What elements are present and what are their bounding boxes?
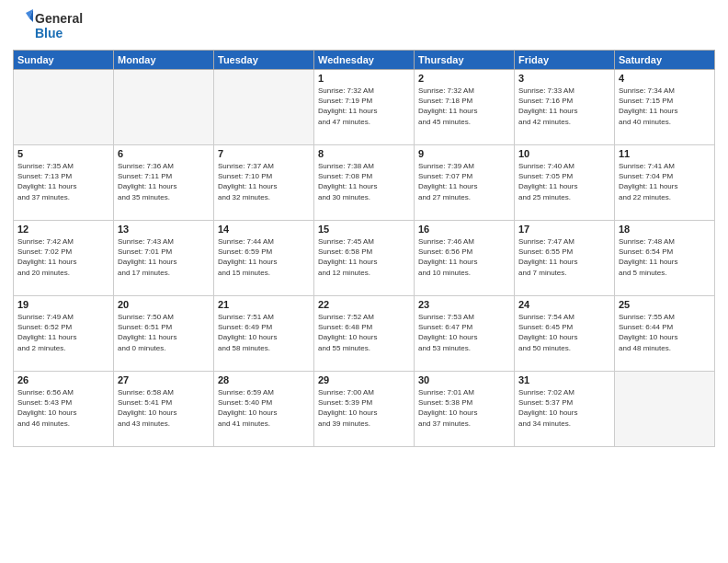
calendar-cell xyxy=(214,70,314,145)
calendar-cell: 31Sunrise: 7:02 AM Sunset: 5:37 PM Dayli… xyxy=(515,372,615,447)
day-number: 10 xyxy=(518,148,610,159)
day-number: 2 xyxy=(418,73,510,84)
calendar-cell: 27Sunrise: 6:58 AM Sunset: 5:41 PM Dayli… xyxy=(114,372,214,447)
day-number: 17 xyxy=(518,224,610,235)
calendar-cell: 11Sunrise: 7:41 AM Sunset: 7:04 PM Dayli… xyxy=(615,145,715,221)
day-number: 9 xyxy=(418,148,510,159)
weekday-header-monday: Monday xyxy=(114,51,214,70)
day-info: Sunrise: 7:34 AM Sunset: 7:15 PM Dayligh… xyxy=(619,86,711,127)
calendar-cell: 28Sunrise: 6:59 AM Sunset: 5:40 PM Dayli… xyxy=(214,372,314,447)
calendar-cell: 29Sunrise: 7:00 AM Sunset: 5:39 PM Dayli… xyxy=(314,372,415,447)
day-info: Sunrise: 7:35 AM Sunset: 7:13 PM Dayligh… xyxy=(17,161,109,202)
calendar-cell: 25Sunrise: 7:55 AM Sunset: 6:44 PM Dayli… xyxy=(615,296,715,372)
calendar-cell: 2Sunrise: 7:32 AM Sunset: 7:18 PM Daylig… xyxy=(415,70,515,145)
day-info: Sunrise: 7:00 AM Sunset: 5:39 PM Dayligh… xyxy=(318,387,410,429)
calendar-cell: 12Sunrise: 7:42 AM Sunset: 7:02 PM Dayli… xyxy=(14,221,114,296)
day-info: Sunrise: 7:52 AM Sunset: 6:48 PM Dayligh… xyxy=(318,312,410,353)
calendar-cell: 20Sunrise: 7:50 AM Sunset: 6:51 PM Dayli… xyxy=(114,296,214,372)
day-number: 4 xyxy=(619,73,711,84)
calendar-cell: 16Sunrise: 7:46 AM Sunset: 6:56 PM Dayli… xyxy=(415,221,515,296)
weekday-header-wednesday: Wednesday xyxy=(314,51,415,70)
day-number: 14 xyxy=(218,224,310,235)
day-info: Sunrise: 7:40 AM Sunset: 7:05 PM Dayligh… xyxy=(518,161,610,202)
day-number: 7 xyxy=(218,148,310,159)
day-number: 23 xyxy=(418,299,510,310)
header-row: SundayMondayTuesdayWednesdayThursdayFrid… xyxy=(14,51,715,70)
day-info: Sunrise: 6:59 AM Sunset: 5:40 PM Dayligh… xyxy=(218,387,310,429)
calendar-cell xyxy=(615,372,715,447)
day-info: Sunrise: 6:56 AM Sunset: 5:43 PM Dayligh… xyxy=(17,387,109,429)
day-info: Sunrise: 7:54 AM Sunset: 6:45 PM Dayligh… xyxy=(518,312,610,353)
day-info: Sunrise: 7:45 AM Sunset: 6:58 PM Dayligh… xyxy=(318,236,410,278)
day-number: 13 xyxy=(118,224,210,235)
day-info: Sunrise: 7:38 AM Sunset: 7:08 PM Dayligh… xyxy=(318,161,410,202)
day-info: Sunrise: 7:41 AM Sunset: 7:04 PM Dayligh… xyxy=(619,161,711,202)
calendar-table: SundayMondayTuesdayWednesdayThursdayFrid… xyxy=(13,50,715,447)
day-number: 3 xyxy=(518,73,610,84)
calendar-cell: 10Sunrise: 7:40 AM Sunset: 7:05 PM Dayli… xyxy=(515,145,615,221)
day-info: Sunrise: 6:58 AM Sunset: 5:41 PM Dayligh… xyxy=(118,387,210,429)
logo-bird-icon xyxy=(13,9,33,42)
day-number: 8 xyxy=(318,148,410,159)
calendar-cell: 13Sunrise: 7:43 AM Sunset: 7:01 PM Dayli… xyxy=(114,221,214,296)
day-number: 29 xyxy=(318,374,410,385)
week-row-2: 5Sunrise: 7:35 AM Sunset: 7:13 PM Daylig… xyxy=(14,145,715,221)
calendar-cell: 15Sunrise: 7:45 AM Sunset: 6:58 PM Dayli… xyxy=(314,221,415,296)
day-info: Sunrise: 7:44 AM Sunset: 6:59 PM Dayligh… xyxy=(218,236,310,278)
calendar-cell xyxy=(14,70,114,145)
day-info: Sunrise: 7:33 AM Sunset: 7:16 PM Dayligh… xyxy=(518,86,610,127)
day-number: 15 xyxy=(318,224,410,235)
calendar-cell: 30Sunrise: 7:01 AM Sunset: 5:38 PM Dayli… xyxy=(415,372,515,447)
calendar-cell: 18Sunrise: 7:48 AM Sunset: 6:54 PM Dayli… xyxy=(615,221,715,296)
day-number: 6 xyxy=(118,148,210,159)
day-number: 24 xyxy=(518,299,610,310)
day-info: Sunrise: 7:36 AM Sunset: 7:11 PM Dayligh… xyxy=(118,161,210,202)
day-info: Sunrise: 7:43 AM Sunset: 7:01 PM Dayligh… xyxy=(118,236,210,278)
week-row-1: 1Sunrise: 7:32 AM Sunset: 7:19 PM Daylig… xyxy=(14,70,715,145)
day-number: 21 xyxy=(218,299,310,310)
day-info: Sunrise: 7:37 AM Sunset: 7:10 PM Dayligh… xyxy=(218,161,310,202)
calendar-cell: 22Sunrise: 7:52 AM Sunset: 6:48 PM Dayli… xyxy=(314,296,415,372)
day-number: 16 xyxy=(418,224,510,235)
day-number: 26 xyxy=(17,374,109,385)
calendar-cell: 24Sunrise: 7:54 AM Sunset: 6:45 PM Dayli… xyxy=(515,296,615,372)
week-row-5: 26Sunrise: 6:56 AM Sunset: 5:43 PM Dayli… xyxy=(14,372,715,447)
day-number: 28 xyxy=(218,374,310,385)
calendar-cell: 7Sunrise: 7:37 AM Sunset: 7:10 PM Daylig… xyxy=(214,145,314,221)
calendar-cell: 8Sunrise: 7:38 AM Sunset: 7:08 PM Daylig… xyxy=(314,145,415,221)
day-number: 12 xyxy=(17,224,109,235)
day-number: 25 xyxy=(619,299,711,310)
day-info: Sunrise: 7:01 AM Sunset: 5:38 PM Dayligh… xyxy=(418,387,510,429)
weekday-header-thursday: Thursday xyxy=(415,51,515,70)
calendar-cell: 4Sunrise: 7:34 AM Sunset: 7:15 PM Daylig… xyxy=(615,70,715,145)
day-info: Sunrise: 7:32 AM Sunset: 7:18 PM Dayligh… xyxy=(418,86,510,127)
day-info: Sunrise: 7:42 AM Sunset: 7:02 PM Dayligh… xyxy=(17,236,109,278)
day-info: Sunrise: 7:50 AM Sunset: 6:51 PM Dayligh… xyxy=(118,312,210,353)
day-number: 11 xyxy=(619,148,711,159)
day-info: Sunrise: 7:55 AM Sunset: 6:44 PM Dayligh… xyxy=(619,312,711,353)
weekday-header-tuesday: Tuesday xyxy=(214,51,314,70)
day-number: 20 xyxy=(118,299,210,310)
calendar-cell: 9Sunrise: 7:39 AM Sunset: 7:07 PM Daylig… xyxy=(415,145,515,221)
day-number: 22 xyxy=(318,299,410,310)
day-number: 30 xyxy=(418,374,510,385)
day-number: 5 xyxy=(17,148,109,159)
calendar-cell: 1Sunrise: 7:32 AM Sunset: 7:19 PM Daylig… xyxy=(314,70,415,145)
day-info: Sunrise: 7:02 AM Sunset: 5:37 PM Dayligh… xyxy=(518,387,610,429)
day-number: 18 xyxy=(619,224,711,235)
day-info: Sunrise: 7:53 AM Sunset: 6:47 PM Dayligh… xyxy=(418,312,510,353)
page: General Blue SundayMondayTuesdayWednesda… xyxy=(0,0,728,563)
header: General Blue xyxy=(13,9,715,42)
week-row-3: 12Sunrise: 7:42 AM Sunset: 7:02 PM Dayli… xyxy=(14,221,715,296)
calendar-cell: 17Sunrise: 7:47 AM Sunset: 6:55 PM Dayli… xyxy=(515,221,615,296)
day-info: Sunrise: 7:51 AM Sunset: 6:49 PM Dayligh… xyxy=(218,312,310,353)
day-info: Sunrise: 7:47 AM Sunset: 6:55 PM Dayligh… xyxy=(518,236,610,278)
day-number: 31 xyxy=(518,374,610,385)
weekday-header-saturday: Saturday xyxy=(615,51,715,70)
calendar-cell: 6Sunrise: 7:36 AM Sunset: 7:11 PM Daylig… xyxy=(114,145,214,221)
calendar-cell: 23Sunrise: 7:53 AM Sunset: 6:47 PM Dayli… xyxy=(415,296,515,372)
calendar-cell: 5Sunrise: 7:35 AM Sunset: 7:13 PM Daylig… xyxy=(14,145,114,221)
calendar-cell: 14Sunrise: 7:44 AM Sunset: 6:59 PM Dayli… xyxy=(214,221,314,296)
weekday-header-sunday: Sunday xyxy=(14,51,114,70)
day-info: Sunrise: 7:49 AM Sunset: 6:52 PM Dayligh… xyxy=(17,312,109,353)
